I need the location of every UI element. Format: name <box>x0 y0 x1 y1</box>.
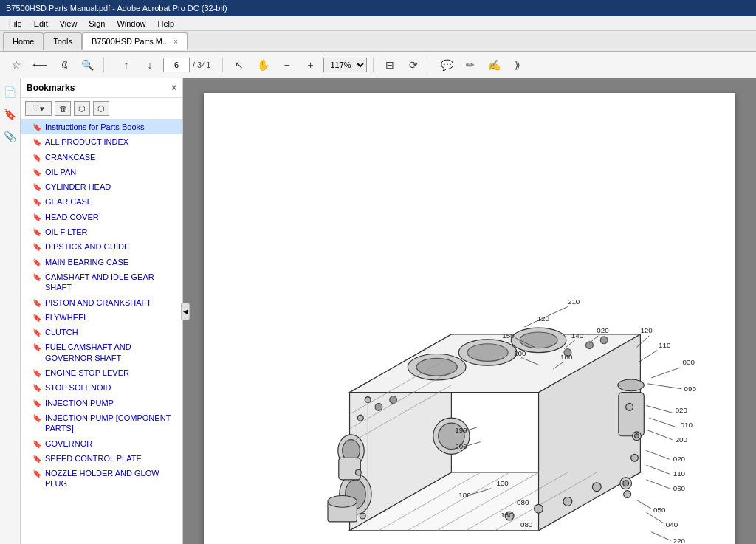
sign-btn[interactable]: ✏ <box>460 55 481 75</box>
bookmark-label-stop-solenoid: STOP SOLENOID <box>45 382 111 393</box>
tab-close-icon[interactable]: × <box>173 38 178 46</box>
zoom-out-btn[interactable]: − <box>276 55 297 75</box>
send-btn[interactable]: ✍ <box>484 55 504 75</box>
bookmark-label-cylinder-head: CYLINDER HEAD <box>45 182 111 192</box>
bookmark-oil-pan[interactable]: 🔖 OIL PAN <box>21 165 182 179</box>
bookmark-piston[interactable]: 🔖 PISTON AND CRANKSHAFT <box>21 295 182 310</box>
fit-page-btn[interactable]: ⊟ <box>379 55 400 75</box>
bookmark-all-product[interactable]: 🔖 ALL PRODUCT INDEX <box>21 134 182 149</box>
tab-bar: Home Tools B7500HSD Parts M... × <box>0 31 756 52</box>
menu-view[interactable]: View <box>54 18 83 30</box>
bookmark-camshaft[interactable]: 🔖 CAMSHAFT AND IDLE GEAR SHAFT <box>21 269 182 295</box>
icon-rail: 📄 🔖 📎 <box>0 78 21 544</box>
svg-text:020: 020 <box>676 406 688 414</box>
svg-line-75 <box>649 418 676 427</box>
page-total: / 341 <box>193 61 210 69</box>
rail-bookmark-icon[interactable]: 🔖 <box>2 106 18 123</box>
bookmark-list-view-btn[interactable]: ☰▾ <box>25 101 52 116</box>
page-up-btn[interactable]: ↑ <box>116 55 137 75</box>
tab-document[interactable]: B7500HSD Parts M... × <box>82 32 188 50</box>
bookmark-label-governor: GOVERNOR <box>45 438 92 449</box>
tab-tools[interactable]: Tools <box>44 32 82 50</box>
bookmark-injection-pump-comp[interactable]: 🔖 INJECTION PUMP [COMPONENT PARTS] <box>21 410 182 436</box>
rail-attach-icon[interactable]: 📎 <box>2 128 18 145</box>
svg-text:130: 130 <box>501 511 513 519</box>
more-btn[interactable]: ⟫ <box>507 55 528 75</box>
bookmark-collapse-btn[interactable]: ⬡ <box>93 101 109 116</box>
bookmark-btn[interactable]: ☆ <box>6 55 27 75</box>
bookmark-icon-dipstick: 🔖 <box>32 242 41 252</box>
content-area[interactable]: 210 150 020 120 120 110 <box>183 78 756 544</box>
svg-line-61 <box>639 351 657 362</box>
zoom-select[interactable]: 117% 100% 75% 50% 150% <box>323 58 367 72</box>
sidebar-close-btn[interactable]: × <box>171 83 176 93</box>
bookmark-icon-injection-pump: 🔖 <box>32 399 41 408</box>
bookmark-icon-instructions: 🔖 <box>32 123 41 132</box>
menu-window[interactable]: Window <box>111 18 151 30</box>
menu-edit[interactable]: Edit <box>28 18 54 30</box>
bookmark-label-crankcase: CRANKCASE <box>45 152 95 162</box>
bookmark-speed-control[interactable]: 🔖 SPEED CONTROL PLATE <box>21 451 182 466</box>
menu-sign[interactable]: Sign <box>83 18 111 30</box>
bookmark-icon-oil-filter: 🔖 <box>32 227 41 237</box>
svg-line-79 <box>646 450 670 459</box>
bookmark-engine-stop[interactable]: 🔖 ENGINE STOP LEVER <box>21 365 182 380</box>
select-tool-btn[interactable]: ↖ <box>229 55 250 75</box>
menu-file[interactable]: File <box>3 18 28 30</box>
svg-line-97 <box>636 500 651 509</box>
bookmark-label-oil-pan: OIL PAN <box>45 167 76 177</box>
bookmark-icon-oil-pan: 🔖 <box>32 168 41 177</box>
sidebar-title: Bookmarks <box>27 83 75 93</box>
print-btn[interactable]: 🖨 <box>53 55 74 75</box>
bookmark-head-cover[interactable]: 🔖 HEAD COVER <box>21 210 182 224</box>
sidebar-header: Bookmarks × <box>21 78 182 98</box>
rotate-btn[interactable]: ⟳ <box>403 55 424 75</box>
svg-text:110: 110 <box>659 341 671 349</box>
comment-btn[interactable]: 💬 <box>436 55 457 75</box>
separator-2 <box>222 58 223 72</box>
bookmark-governor[interactable]: 🔖 GOVERNOR <box>21 436 182 451</box>
svg-text:130: 130 <box>496 479 509 487</box>
bookmark-nozzle[interactable]: 🔖 NOZZLE HOLDER AND GLOW PLUG <box>21 466 182 492</box>
svg-text:050: 050 <box>653 506 666 514</box>
title-bar: B7500HSD Parts Manual.pdf - Adobe Acroba… <box>0 0 756 16</box>
zoom-in-btn[interactable]: + <box>300 55 320 75</box>
bookmark-label-injection-pump-comp: INJECTION PUMP [COMPONENT PARTS] <box>45 413 176 434</box>
bookmark-main-bearing[interactable]: 🔖 MAIN BEARING CASE <box>21 255 182 269</box>
pdf-page: 210 150 020 120 120 110 <box>204 93 735 544</box>
find-btn[interactable]: 🔍 <box>77 55 97 75</box>
menu-help[interactable]: Help <box>152 18 181 30</box>
tab-home[interactable]: Home <box>3 32 44 50</box>
page-input[interactable] <box>163 58 190 72</box>
bookmark-icon-crankcase: 🔖 <box>32 153 41 162</box>
hand-tool-btn[interactable]: ✋ <box>252 55 273 75</box>
bookmark-stop-solenoid[interactable]: 🔖 STOP SOLENOID <box>21 380 182 395</box>
rail-page-icon[interactable]: 📄 <box>2 84 18 100</box>
bookmark-fuel-camshaft[interactable]: 🔖 FUEL CAMSHAFT AND GOVERNOR SHAFT <box>21 340 182 365</box>
svg-text:020: 020 <box>673 455 686 463</box>
bookmark-crankcase[interactable]: 🔖 CRANKCASE <box>21 150 182 165</box>
bookmark-delete-btn[interactable]: 🗑 <box>55 101 71 116</box>
bookmark-flywheel[interactable]: 🔖 FLYWHEEL <box>21 310 182 325</box>
svg-point-7 <box>416 358 457 376</box>
bookmark-oil-filter[interactable]: 🔖 OIL FILTER <box>21 224 182 239</box>
sidebar-collapse-btn[interactable]: ◀ <box>181 303 190 320</box>
svg-point-38 <box>535 504 543 513</box>
svg-point-15 <box>618 379 644 391</box>
bookmark-injection-pump[interactable]: 🔖 INJECTION PUMP <box>21 396 182 410</box>
svg-point-44 <box>626 403 633 410</box>
bookmark-dipstick[interactable]: 🔖 DIPSTICK AND GUIDE <box>21 239 182 254</box>
page-down-btn[interactable]: ↓ <box>140 55 160 75</box>
bookmark-expand-btn[interactable]: ⬡ <box>74 101 90 116</box>
bookmark-icon-speed-control: 🔖 <box>32 454 41 464</box>
bookmark-gear-case[interactable]: 🔖 GEAR CASE <box>21 194 182 209</box>
bookmark-cylinder-head[interactable]: 🔖 CYLINDER HEAD <box>21 179 182 194</box>
bookmark-clutch[interactable]: 🔖 CLUTCH <box>21 325 182 340</box>
svg-rect-14 <box>619 393 644 436</box>
prev-view-btn[interactable]: ⟵ <box>30 55 50 75</box>
bookmark-icon-gear-case: 🔖 <box>32 197 41 207</box>
bookmark-instructions[interactable]: 🔖 Instructions for Parts Books <box>21 120 182 134</box>
bookmark-label-injection-pump: INJECTION PUMP <box>45 398 114 408</box>
bookmark-label-flywheel: FLYWHEEL <box>45 312 88 323</box>
svg-text:010: 010 <box>681 421 693 429</box>
